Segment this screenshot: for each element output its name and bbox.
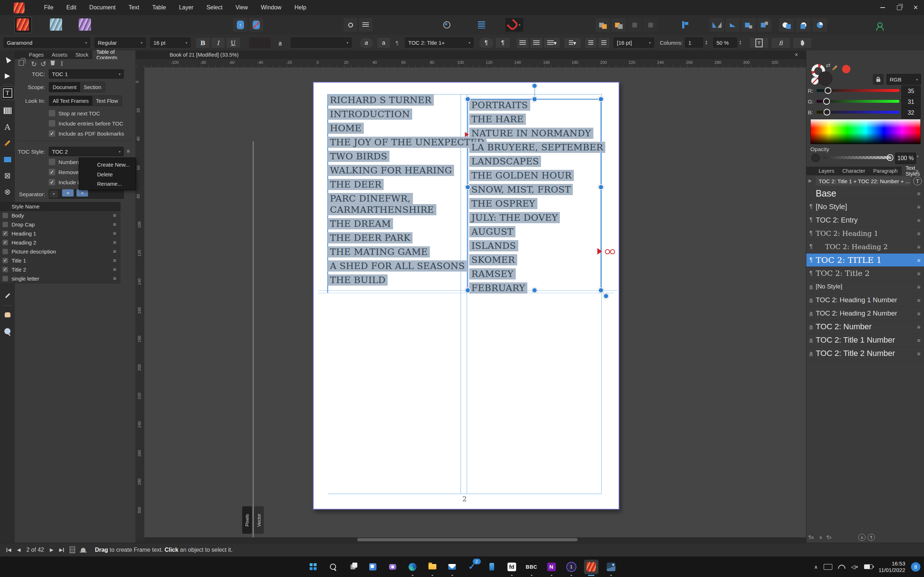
- toc-entry[interactable]: AUGUST: [469, 226, 515, 237]
- lock-icon[interactable]: [873, 74, 884, 85]
- selection-handle[interactable]: [465, 96, 471, 102]
- toc-entry[interactable]: THE MATING GAME: [328, 246, 430, 258]
- tab-layers[interactable]: Layers: [815, 167, 838, 175]
- show-pilcrows-icon[interactable]: ¶: [495, 37, 510, 48]
- edge-icon[interactable]: [405, 560, 420, 574]
- opacity-slider[interactable]: [823, 156, 892, 159]
- scrollbar-thumb[interactable]: [357, 538, 577, 541]
- style-list-item[interactable]: aTOC 2: Title 2 Number≡: [806, 347, 924, 360]
- file-explorer-icon[interactable]: [425, 560, 439, 574]
- style-item-menu-icon[interactable]: ≡: [917, 271, 921, 277]
- tab-pages[interactable]: Pages: [25, 50, 48, 59]
- style-row-menu-icon[interactable]: ≡: [113, 212, 116, 218]
- style-item-menu-icon[interactable]: ≡: [917, 284, 921, 290]
- widgets-icon[interactable]: [366, 560, 380, 574]
- remove-line-checkbox[interactable]: ✓: [49, 169, 55, 175]
- style-row[interactable]: Picture description≡: [0, 247, 121, 256]
- overflow-triangle-icon[interactable]: [597, 248, 602, 255]
- pin-icon[interactable]: [344, 18, 357, 32]
- toc-entry[interactable]: NATURE IN NORMANDY: [469, 128, 593, 139]
- separator-chip[interactable]: »: [76, 189, 88, 197]
- frame-text-tool-icon[interactable]: T: [0, 87, 15, 99]
- rectangle-tool-icon[interactable]: [0, 153, 15, 166]
- menu-select[interactable]: Select: [207, 4, 222, 11]
- style-item-menu-icon[interactable]: ≡: [917, 204, 921, 210]
- style-checkbox[interactable]: ✓: [3, 258, 8, 263]
- toc-entry[interactable]: PARC DINEFWR,: [328, 193, 413, 204]
- style-list-item[interactable]: ¶TOC 2: Entry≡: [806, 213, 924, 227]
- text-flow-flag-icon[interactable]: [465, 132, 469, 137]
- swap-colours-icon[interactable]: ⇄: [826, 62, 830, 69]
- style-list-item[interactable]: ¶TOC 2: Heading 2≡: [806, 240, 924, 253]
- preview-mode-icon[interactable]: [439, 18, 454, 32]
- chart-icon[interactable]: [793, 37, 812, 48]
- menu-file[interactable]: File: [44, 4, 53, 11]
- style-row[interactable]: ✓Heading 2≡: [0, 238, 121, 247]
- style-list-item-selected[interactable]: ¶TOC 2: TITLE 1≡: [806, 253, 924, 267]
- leading-select[interactable]: [16 pt]▾: [614, 37, 654, 48]
- toc-entry[interactable]: THE DREAM: [328, 218, 393, 229]
- font-colour-swatch[interactable]: [249, 37, 271, 48]
- insert-toc-icon[interactable]: I: [61, 60, 63, 67]
- page-indicator[interactable]: 2 of 42: [26, 547, 44, 553]
- first-page-button[interactable]: ◀: [6, 547, 11, 553]
- rotate-ccw-icon[interactable]: [741, 18, 756, 32]
- view-tab-pixels[interactable]: Pixels: [242, 506, 252, 534]
- toc-entry[interactable]: THE OSPREY: [469, 198, 538, 209]
- style-row[interactable]: Drop Cap≡: [0, 220, 121, 229]
- autocorrect-icon[interactable]: a: [360, 37, 373, 48]
- selection-handle[interactable]: [531, 83, 538, 89]
- vertical-ruler[interactable]: 0 20 40 60 80 100 120 140 160 180 200 22…: [135, 68, 145, 537]
- style-list-item[interactable]: aTOC 2: Heading 2 Number≡: [806, 307, 924, 320]
- horizontal-scrollbar[interactable]: [144, 537, 806, 542]
- toc-entry[interactable]: THE DEER PARK: [328, 232, 412, 243]
- minimize-button[interactable]: [874, 0, 891, 15]
- char-style-icon[interactable]: a: [819, 534, 822, 540]
- snapping-candidates-icon[interactable]: ↑: [233, 18, 247, 32]
- menu-text[interactable]: Text: [129, 4, 139, 11]
- notification-count-badge[interactable]: 8: [911, 562, 921, 572]
- style-checkbox[interactable]: [3, 213, 8, 218]
- style-item-menu-icon[interactable]: ≡: [917, 190, 921, 197]
- toc-entry[interactable]: PORTRAITS: [469, 100, 530, 111]
- pen-tool-icon[interactable]: [0, 137, 15, 149]
- font-style-select[interactable]: Regular▾: [95, 37, 146, 48]
- toc-entry[interactable]: LANDSCAPES: [469, 156, 541, 167]
- toc-entry[interactable]: RICHARD S TURNER: [328, 95, 434, 106]
- affinity-publisher-taskbar-icon[interactable]: [584, 560, 598, 574]
- style-list-item[interactable]: Base≡: [806, 187, 924, 200]
- style-list-item[interactable]: aTOC 2: Number≡: [806, 320, 924, 334]
- g-value[interactable]: 31: [901, 96, 921, 108]
- style-checkbox[interactable]: ✓: [3, 231, 8, 236]
- delete-toc-icon[interactable]: [50, 60, 55, 67]
- toc-entry[interactable]: A SHED FOR ALL SEASONS: [328, 260, 467, 272]
- last-page-button[interactable]: ▶: [59, 547, 64, 553]
- boolean-add-icon[interactable]: [779, 18, 794, 32]
- toc-entry[interactable]: HOME: [328, 122, 364, 134]
- style-item-menu-icon[interactable]: ≡: [917, 351, 921, 357]
- columns-stepper[interactable]: ▲▼: [704, 37, 709, 48]
- right-frame-border-left[interactable]: [467, 99, 468, 290]
- node-tool-icon[interactable]: ▶: [0, 69, 15, 82]
- baseline-grid-icon[interactable]: [474, 18, 489, 32]
- style-item-menu-icon[interactable]: ≡: [917, 217, 921, 223]
- menu-item-rename[interactable]: Rename...: [97, 181, 122, 187]
- style-item-menu-icon[interactable]: ≡: [917, 230, 921, 237]
- detach-style-icon[interactable]: ¶a: [809, 534, 814, 540]
- paragraph-style-select[interactable]: TOC 2: Title 1+▾: [405, 37, 473, 48]
- horizontal-ruler[interactable]: -100 -80 -60 -40 -20 0 20 40 60 80 100 1…: [135, 59, 806, 68]
- tab-character[interactable]: Character: [838, 167, 869, 175]
- typography-icon[interactable]: a: [377, 37, 391, 48]
- notifications-icon[interactable]: [81, 548, 86, 552]
- update-toc-icon[interactable]: ↻: [31, 60, 37, 68]
- style-item-menu-icon[interactable]: ≡: [917, 324, 921, 330]
- style-list-item[interactable]: ¶TOC 2: Heading 1≡: [806, 227, 924, 240]
- table-tool-icon[interactable]: [0, 105, 15, 117]
- pages-icon[interactable]: [69, 546, 75, 553]
- clock[interactable]: 16:53 11/01/2022: [879, 561, 905, 574]
- opacity-dropdown-icon[interactable]: ▾: [917, 154, 919, 158]
- picked-colour-swatch[interactable]: [842, 65, 850, 73]
- zoom-tool-icon[interactable]: [0, 325, 15, 337]
- one-app-icon[interactable]: 1: [564, 560, 578, 574]
- toc-entry[interactable]: LA BRUYERE, SEPTEMBER: [469, 142, 605, 153]
